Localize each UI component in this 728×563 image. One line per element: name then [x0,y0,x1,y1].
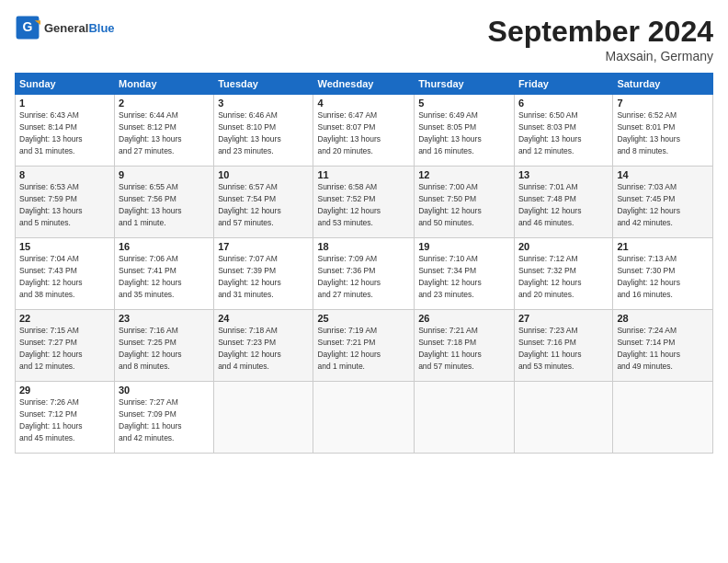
day-info: Sunrise: 7:06 AMSunset: 7:41 PMDaylight:… [119,254,182,299]
calendar-cell: 4Sunrise: 6:47 AMSunset: 8:07 PMDaylight… [313,95,415,167]
page: G GeneralBlue September 2024 Maxsain, Ge… [0,0,728,563]
calendar-cell: 15Sunrise: 7:04 AMSunset: 7:43 PMDayligh… [16,238,115,310]
day-number: 29 [19,385,110,396]
day-info: Sunrise: 6:57 AMSunset: 7:54 PMDaylight:… [218,182,281,227]
calendar-row: 22Sunrise: 7:15 AMSunset: 7:27 PMDayligh… [16,310,713,382]
calendar-cell: 27Sunrise: 7:23 AMSunset: 7:16 PMDayligh… [514,310,612,382]
day-info: Sunrise: 6:52 AMSunset: 8:01 PMDaylight:… [617,110,680,155]
col-thursday: Thursday [415,74,515,95]
calendar-cell: 6Sunrise: 6:50 AMSunset: 8:03 PMDaylight… [514,95,612,167]
day-info: Sunrise: 7:18 AMSunset: 7:23 PMDaylight:… [218,326,281,371]
title-block: September 2024 Maxsain, Germany [488,15,713,63]
day-info: Sunrise: 7:04 AMSunset: 7:43 PMDaylight:… [19,254,83,299]
day-info: Sunrise: 7:26 AMSunset: 7:12 PMDaylight:… [19,397,83,442]
day-info: Sunrise: 7:03 AMSunset: 7:45 PMDaylight:… [617,182,680,227]
day-info: Sunrise: 7:15 AMSunset: 7:27 PMDaylight:… [19,326,83,371]
calendar-cell: 8Sunrise: 6:53 AMSunset: 7:59 PMDaylight… [16,167,115,238]
svg-text:G: G [23,19,33,34]
header: G GeneralBlue September 2024 Maxsain, Ge… [15,15,713,63]
day-info: Sunrise: 7:07 AMSunset: 7:39 PMDaylight:… [218,254,281,299]
calendar-cell: 12Sunrise: 7:00 AMSunset: 7:50 PMDayligh… [415,167,515,238]
col-sunday: Sunday [16,74,115,95]
day-number: 6 [518,98,609,109]
day-info: Sunrise: 7:19 AMSunset: 7:21 PMDaylight:… [317,326,381,371]
calendar-table: Sunday Monday Tuesday Wednesday Thursday… [15,73,713,454]
day-info: Sunrise: 7:16 AMSunset: 7:25 PMDaylight:… [119,326,182,371]
logo: G GeneralBlue [15,15,115,40]
col-monday: Monday [115,74,214,95]
day-number: 14 [617,169,709,180]
month-title: September 2024 [488,15,713,49]
day-info: Sunrise: 7:13 AMSunset: 7:30 PMDaylight:… [617,254,680,299]
calendar-cell: 29Sunrise: 7:26 AMSunset: 7:12 PMDayligh… [16,382,115,454]
calendar-cell: 1Sunrise: 6:43 AMSunset: 8:14 PMDaylight… [16,95,115,167]
day-info: Sunrise: 6:44 AMSunset: 8:12 PMDaylight:… [119,110,182,155]
day-number: 20 [518,241,609,252]
calendar-cell: 9Sunrise: 6:55 AMSunset: 7:56 PMDaylight… [115,167,214,238]
day-number: 26 [418,313,510,324]
calendar-cell [415,382,515,454]
day-info: Sunrise: 7:10 AMSunset: 7:34 PMDaylight:… [418,254,482,299]
calendar-cell: 3Sunrise: 6:46 AMSunset: 8:10 PMDaylight… [214,95,313,167]
day-number: 27 [518,313,609,324]
col-wednesday: Wednesday [313,74,415,95]
calendar-cell: 24Sunrise: 7:18 AMSunset: 7:23 PMDayligh… [214,310,313,382]
calendar-cell: 7Sunrise: 6:52 AMSunset: 8:01 PMDaylight… [613,95,713,167]
day-info: Sunrise: 6:43 AMSunset: 8:14 PMDaylight:… [19,110,83,155]
day-info: Sunrise: 7:01 AMSunset: 7:48 PMDaylight:… [518,182,582,227]
calendar-cell: 20Sunrise: 7:12 AMSunset: 7:32 PMDayligh… [514,238,612,310]
day-info: Sunrise: 6:47 AMSunset: 8:07 PMDaylight:… [317,110,381,155]
day-number: 2 [119,98,210,109]
calendar-cell: 18Sunrise: 7:09 AMSunset: 7:36 PMDayligh… [313,238,415,310]
calendar-row: 1Sunrise: 6:43 AMSunset: 8:14 PMDaylight… [16,95,713,167]
calendar-cell: 14Sunrise: 7:03 AMSunset: 7:45 PMDayligh… [613,167,713,238]
header-row: Sunday Monday Tuesday Wednesday Thursday… [16,74,713,95]
day-number: 23 [119,313,210,324]
day-number: 11 [317,169,410,180]
day-info: Sunrise: 6:55 AMSunset: 7:56 PMDaylight:… [119,182,182,227]
calendar-cell: 10Sunrise: 6:57 AMSunset: 7:54 PMDayligh… [214,167,313,238]
day-number: 9 [119,169,210,180]
day-number: 12 [418,169,510,180]
day-info: Sunrise: 7:09 AMSunset: 7:36 PMDaylight:… [317,254,381,299]
day-number: 1 [19,98,110,109]
calendar-cell: 2Sunrise: 6:44 AMSunset: 8:12 PMDaylight… [115,95,214,167]
day-number: 7 [617,98,709,109]
calendar-cell [514,382,612,454]
col-tuesday: Tuesday [214,74,313,95]
calendar-cell: 26Sunrise: 7:21 AMSunset: 7:18 PMDayligh… [415,310,515,382]
day-number: 19 [418,241,510,252]
day-number: 25 [317,313,410,324]
calendar-cell [214,382,313,454]
logo-text: GeneralBlue [44,21,115,35]
day-number: 22 [19,313,110,324]
calendar-cell: 28Sunrise: 7:24 AMSunset: 7:14 PMDayligh… [613,310,713,382]
day-info: Sunrise: 7:23 AMSunset: 7:16 PMDaylight:… [518,326,582,371]
day-number: 17 [218,241,309,252]
day-number: 8 [19,169,110,180]
logo-icon: G [15,15,40,40]
day-number: 13 [518,169,609,180]
calendar-cell: 17Sunrise: 7:07 AMSunset: 7:39 PMDayligh… [214,238,313,310]
day-number: 18 [317,241,410,252]
calendar-body: 1Sunrise: 6:43 AMSunset: 8:14 PMDaylight… [16,95,713,454]
calendar-cell: 25Sunrise: 7:19 AMSunset: 7:21 PMDayligh… [313,310,415,382]
day-info: Sunrise: 6:49 AMSunset: 8:05 PMDaylight:… [418,110,482,155]
day-info: Sunrise: 7:00 AMSunset: 7:50 PMDaylight:… [418,182,482,227]
day-number: 28 [617,313,709,324]
calendar-cell: 11Sunrise: 6:58 AMSunset: 7:52 PMDayligh… [313,167,415,238]
day-info: Sunrise: 7:12 AMSunset: 7:32 PMDaylight:… [518,254,582,299]
location: Maxsain, Germany [488,49,713,63]
calendar-cell [613,382,713,454]
calendar-cell: 23Sunrise: 7:16 AMSunset: 7:25 PMDayligh… [115,310,214,382]
day-number: 15 [19,241,110,252]
day-number: 5 [418,98,510,109]
day-info: Sunrise: 7:27 AMSunset: 7:09 PMDaylight:… [119,397,182,442]
day-number: 3 [218,98,309,109]
calendar-cell: 21Sunrise: 7:13 AMSunset: 7:30 PMDayligh… [613,238,713,310]
day-info: Sunrise: 6:46 AMSunset: 8:10 PMDaylight:… [218,110,281,155]
calendar-cell: 5Sunrise: 6:49 AMSunset: 8:05 PMDaylight… [415,95,515,167]
calendar-row: 8Sunrise: 6:53 AMSunset: 7:59 PMDaylight… [16,167,713,238]
day-info: Sunrise: 6:53 AMSunset: 7:59 PMDaylight:… [19,182,83,227]
calendar-cell: 16Sunrise: 7:06 AMSunset: 7:41 PMDayligh… [115,238,214,310]
